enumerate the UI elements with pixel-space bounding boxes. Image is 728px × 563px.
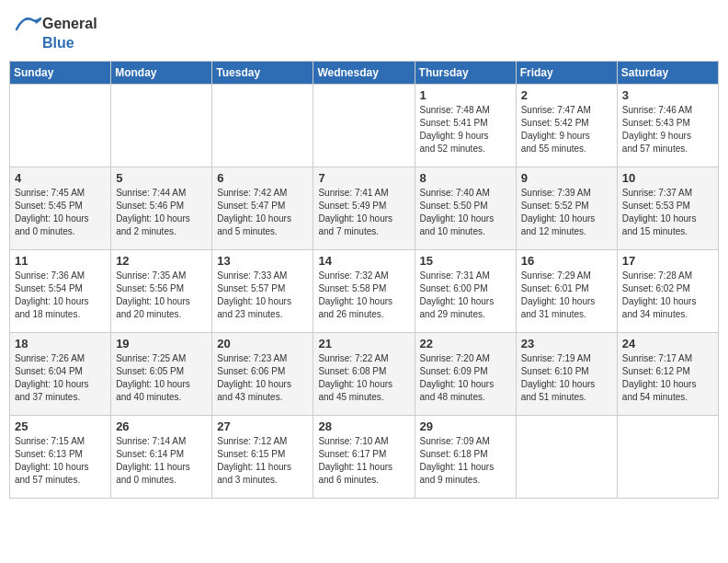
calendar-cell: 26Sunrise: 7:14 AM Sunset: 6:14 PM Dayli…	[111, 416, 212, 499]
day-number: 16	[521, 254, 612, 268]
day-number: 17	[622, 254, 713, 268]
calendar-cell: 1Sunrise: 7:48 AM Sunset: 5:41 PM Daylig…	[415, 85, 516, 167]
day-number: 7	[318, 171, 409, 185]
calendar-cell: 15Sunrise: 7:31 AM Sunset: 6:00 PM Dayli…	[415, 250, 516, 333]
calendar-body: 1Sunrise: 7:48 AM Sunset: 5:41 PM Daylig…	[10, 85, 719, 499]
calendar-cell: 21Sunrise: 7:22 AM Sunset: 6:08 PM Dayli…	[313, 333, 415, 416]
calendar-cell: 3Sunrise: 7:46 AM Sunset: 5:43 PM Daylig…	[617, 85, 718, 167]
day-info: Sunrise: 7:15 AM Sunset: 6:13 PM Dayligh…	[15, 435, 106, 487]
day-number: 24	[622, 337, 713, 350]
day-number: 22	[420, 337, 511, 350]
day-number: 28	[318, 419, 409, 433]
day-number: 26	[116, 419, 207, 433]
day-info: Sunrise: 7:26 AM Sunset: 6:04 PM Dayligh…	[15, 352, 106, 404]
day-info: Sunrise: 7:14 AM Sunset: 6:14 PM Dayligh…	[116, 435, 207, 487]
calendar-cell: 13Sunrise: 7:33 AM Sunset: 5:57 PM Dayli…	[212, 250, 313, 333]
week-row-3: 11Sunrise: 7:36 AM Sunset: 5:54 PM Dayli…	[10, 250, 719, 333]
calendar-cell: 28Sunrise: 7:10 AM Sunset: 6:17 PM Dayli…	[313, 416, 415, 499]
calendar-cell: 22Sunrise: 7:20 AM Sunset: 6:09 PM Dayli…	[415, 333, 516, 416]
day-info: Sunrise: 7:41 AM Sunset: 5:49 PM Dayligh…	[318, 187, 409, 238]
day-info: Sunrise: 7:17 AM Sunset: 6:12 PM Dayligh…	[622, 352, 713, 404]
day-number: 6	[217, 171, 308, 185]
day-number: 27	[217, 419, 308, 433]
day-info: Sunrise: 7:12 AM Sunset: 6:15 PM Dayligh…	[217, 435, 308, 487]
day-number: 21	[318, 337, 409, 350]
day-number: 23	[521, 337, 612, 350]
calendar-cell	[10, 85, 111, 167]
day-number: 11	[15, 254, 106, 268]
calendar-cell: 14Sunrise: 7:32 AM Sunset: 5:58 PM Dayli…	[313, 250, 415, 333]
col-header-thursday: Thursday	[415, 62, 516, 85]
calendar-cell: 17Sunrise: 7:28 AM Sunset: 6:02 PM Dayli…	[617, 250, 718, 333]
calendar-cell: 19Sunrise: 7:25 AM Sunset: 6:05 PM Dayli…	[111, 333, 212, 416]
col-header-tuesday: Tuesday	[212, 62, 313, 85]
col-header-monday: Monday	[111, 62, 212, 85]
calendar-cell: 10Sunrise: 7:37 AM Sunset: 5:53 PM Dayli…	[617, 167, 718, 250]
day-info: Sunrise: 7:48 AM Sunset: 5:41 PM Dayligh…	[420, 104, 511, 155]
calendar-cell	[313, 85, 415, 167]
day-number: 10	[622, 171, 713, 185]
day-info: Sunrise: 7:33 AM Sunset: 5:57 PM Dayligh…	[217, 270, 308, 321]
day-number: 12	[116, 254, 207, 268]
day-info: Sunrise: 7:35 AM Sunset: 5:56 PM Dayligh…	[116, 270, 207, 321]
day-number: 18	[15, 337, 106, 350]
page-header: General Blue	[9, 9, 719, 55]
week-row-2: 4Sunrise: 7:45 AM Sunset: 5:45 PM Daylig…	[10, 167, 719, 250]
calendar-cell: 29Sunrise: 7:09 AM Sunset: 6:18 PM Dayli…	[415, 416, 516, 499]
calendar-cell: 6Sunrise: 7:42 AM Sunset: 5:47 PM Daylig…	[212, 167, 313, 250]
day-number: 19	[116, 337, 207, 350]
day-info: Sunrise: 7:09 AM Sunset: 6:18 PM Dayligh…	[420, 435, 511, 487]
col-header-wednesday: Wednesday	[313, 62, 415, 85]
week-row-1: 1Sunrise: 7:48 AM Sunset: 5:41 PM Daylig…	[10, 85, 719, 167]
logo-blue-text: Blue	[42, 35, 74, 52]
day-info: Sunrise: 7:46 AM Sunset: 5:43 PM Dayligh…	[622, 104, 713, 155]
week-row-4: 18Sunrise: 7:26 AM Sunset: 6:04 PM Dayli…	[10, 333, 719, 416]
day-info: Sunrise: 7:45 AM Sunset: 5:45 PM Dayligh…	[15, 187, 106, 238]
day-info: Sunrise: 7:25 AM Sunset: 6:05 PM Dayligh…	[116, 352, 207, 404]
day-number: 25	[15, 419, 106, 433]
day-number: 2	[521, 88, 612, 102]
day-number: 20	[217, 337, 308, 350]
day-info: Sunrise: 7:10 AM Sunset: 6:17 PM Dayligh…	[318, 435, 409, 487]
day-info: Sunrise: 7:42 AM Sunset: 5:47 PM Dayligh…	[217, 187, 308, 238]
day-info: Sunrise: 7:47 AM Sunset: 5:42 PM Dayligh…	[521, 104, 612, 155]
day-info: Sunrise: 7:29 AM Sunset: 6:01 PM Dayligh…	[521, 270, 612, 321]
calendar-cell: 5Sunrise: 7:44 AM Sunset: 5:46 PM Daylig…	[111, 167, 212, 250]
calendar-cell: 4Sunrise: 7:45 AM Sunset: 5:45 PM Daylig…	[10, 167, 111, 250]
calendar-cell: 9Sunrise: 7:39 AM Sunset: 5:52 PM Daylig…	[516, 167, 617, 250]
calendar-cell	[516, 416, 617, 499]
calendar-cell	[212, 85, 313, 167]
day-info: Sunrise: 7:39 AM Sunset: 5:52 PM Dayligh…	[521, 187, 612, 238]
day-number: 4	[15, 171, 106, 185]
logo: General Blue	[15, 13, 97, 52]
day-number: 29	[420, 419, 511, 433]
calendar-cell: 23Sunrise: 7:19 AM Sunset: 6:10 PM Dayli…	[516, 333, 617, 416]
day-info: Sunrise: 7:23 AM Sunset: 6:06 PM Dayligh…	[217, 352, 308, 404]
calendar-cell: 7Sunrise: 7:41 AM Sunset: 5:49 PM Daylig…	[313, 167, 415, 250]
calendar-cell: 12Sunrise: 7:35 AM Sunset: 5:56 PM Dayli…	[111, 250, 212, 333]
calendar-cell: 18Sunrise: 7:26 AM Sunset: 6:04 PM Dayli…	[10, 333, 111, 416]
col-header-friday: Friday	[516, 62, 617, 85]
day-info: Sunrise: 7:22 AM Sunset: 6:08 PM Dayligh…	[318, 352, 409, 404]
day-number: 1	[420, 88, 511, 102]
day-number: 9	[521, 171, 612, 185]
calendar-header: SundayMondayTuesdayWednesdayThursdayFrid…	[10, 62, 719, 85]
logo-bird-icon	[15, 13, 42, 35]
day-number: 8	[420, 171, 511, 185]
day-number: 14	[318, 254, 409, 268]
col-header-saturday: Saturday	[617, 62, 718, 85]
col-header-sunday: Sunday	[10, 62, 111, 85]
day-number: 5	[116, 171, 207, 185]
calendar-cell: 2Sunrise: 7:47 AM Sunset: 5:42 PM Daylig…	[516, 85, 617, 167]
day-info: Sunrise: 7:37 AM Sunset: 5:53 PM Dayligh…	[622, 187, 713, 238]
day-info: Sunrise: 7:20 AM Sunset: 6:09 PM Dayligh…	[420, 352, 511, 404]
calendar-cell: 20Sunrise: 7:23 AM Sunset: 6:06 PM Dayli…	[212, 333, 313, 416]
day-info: Sunrise: 7:28 AM Sunset: 6:02 PM Dayligh…	[622, 270, 713, 321]
day-info: Sunrise: 7:40 AM Sunset: 5:50 PM Dayligh…	[420, 187, 511, 238]
calendar-cell: 11Sunrise: 7:36 AM Sunset: 5:54 PM Dayli…	[10, 250, 111, 333]
day-number: 13	[217, 254, 308, 268]
day-info: Sunrise: 7:31 AM Sunset: 6:00 PM Dayligh…	[420, 270, 511, 321]
calendar-cell: 25Sunrise: 7:15 AM Sunset: 6:13 PM Dayli…	[10, 416, 111, 499]
day-number: 3	[622, 88, 713, 102]
week-row-5: 25Sunrise: 7:15 AM Sunset: 6:13 PM Dayli…	[10, 416, 719, 499]
